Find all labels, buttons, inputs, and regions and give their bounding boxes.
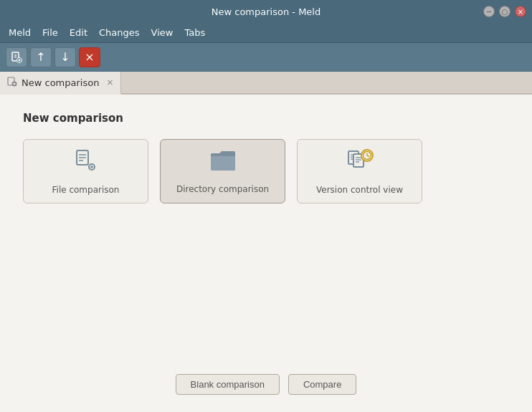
- vc-comparison-icon: [346, 148, 374, 179]
- close-window-button[interactable]: ×: [515, 6, 526, 17]
- blank-comparison-button[interactable]: Blank comparison: [176, 374, 280, 395]
- scroll-up-button[interactable]: ↑: [30, 47, 52, 67]
- window-controls: − ○ ×: [483, 6, 526, 17]
- scroll-down-button[interactable]: ↓: [54, 47, 76, 67]
- close-icon: ×: [85, 50, 94, 64]
- stop-button[interactable]: ×: [79, 47, 100, 67]
- vc-comparison-card[interactable]: Version control view: [297, 139, 422, 203]
- new-comparison-tab[interactable]: New comparison ×: [0, 72, 121, 95]
- new-comparison-toolbar-button[interactable]: [6, 47, 27, 67]
- menu-view[interactable]: View: [146, 24, 179, 41]
- menu-tabs[interactable]: Tabs: [179, 24, 211, 41]
- compare-button[interactable]: Compare: [288, 374, 356, 395]
- directory-comparison-card[interactable]: Directory comparison: [160, 139, 285, 203]
- window-title: New comparison - Meld: [212, 6, 320, 17]
- up-arrow-icon: ↑: [36, 50, 45, 64]
- tab-label: New comparison: [22, 77, 99, 88]
- vc-comparison-label: Version control view: [316, 185, 403, 195]
- tabbar: New comparison ×: [0, 72, 532, 95]
- menu-changes[interactable]: Changes: [93, 24, 146, 41]
- directory-comparison-label: Directory comparison: [176, 184, 269, 194]
- file-comparison-icon: [73, 148, 99, 179]
- menubar: Meld File Edit Changes View Tabs: [0, 23, 532, 43]
- file-comparison-card[interactable]: File comparison: [23, 139, 148, 203]
- section-title: New comparison: [23, 112, 509, 125]
- file-comparison-label: File comparison: [52, 185, 120, 195]
- toolbar: ↑ ↓ ×: [0, 43, 532, 72]
- tab-close-button[interactable]: ×: [106, 77, 113, 87]
- menu-file[interactable]: File: [37, 24, 64, 41]
- new-icon: [11, 52, 22, 63]
- folder-icon-svg: [209, 149, 237, 173]
- tab-document-icon: [7, 77, 17, 89]
- main-content: New comparison File comparison: [0, 95, 532, 412]
- doc-plus-icon: [7, 77, 17, 87]
- maximize-button[interactable]: ○: [499, 6, 510, 17]
- file-icon-svg: [73, 148, 99, 174]
- directory-comparison-icon: [209, 149, 237, 178]
- titlebar: New comparison - Meld − ○ ×: [0, 0, 532, 23]
- minimize-button[interactable]: −: [483, 6, 495, 17]
- action-row: Blank comparison Compare: [23, 374, 509, 395]
- comparison-options: File comparison Directory comparison: [23, 139, 509, 203]
- down-arrow-icon: ↓: [60, 50, 70, 64]
- menu-meld[interactable]: Meld: [3, 24, 37, 41]
- menu-edit[interactable]: Edit: [64, 24, 93, 41]
- vc-icon-svg: [346, 148, 374, 174]
